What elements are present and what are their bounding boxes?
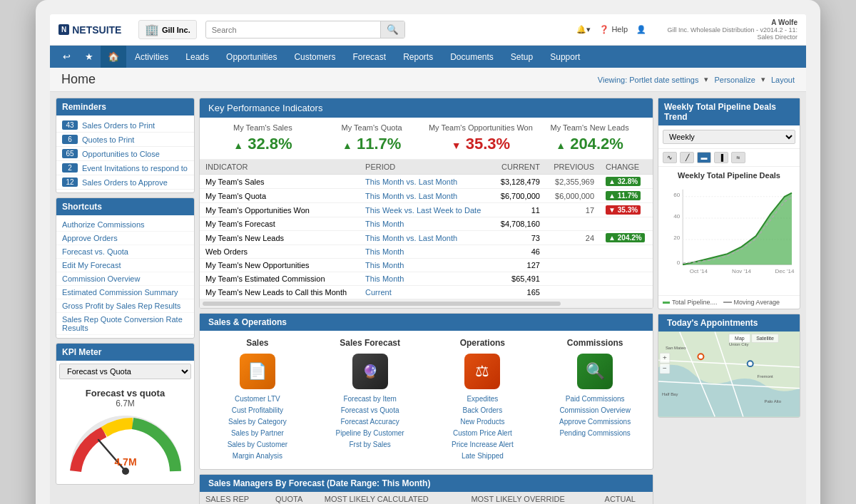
col-sales-rep: SALES REP [200, 492, 270, 504]
indicator-cell: My Team's Quota [200, 189, 360, 203]
link-forecast-accuracy[interactable]: Forecast Accuracy [320, 416, 421, 428]
sales-links: Customer LTV Cust Profitability Sales by… [207, 394, 308, 462]
shortcut-forecast-quota[interactable]: Forecast vs. Quota [56, 245, 194, 259]
col-most-likely-calc: MOST LIKELY CALCULATED [319, 492, 466, 504]
reminder-event-invitations[interactable]: 2 Event Invitations to respond to [56, 161, 194, 175]
reminder-sales-orders-approve[interactable]: 12 Sales Orders to Approve [56, 175, 194, 190]
link-pending-commissions[interactable]: Pending Commissions [544, 428, 646, 439]
nav-leads[interactable]: Leads [177, 46, 218, 68]
change-badge: ▼ 35.3% [606, 205, 641, 215]
nav-opportunities[interactable]: Opportunities [218, 46, 285, 68]
reminders-panel: Reminders 43 Sales Orders to Print 6 Quo… [56, 98, 195, 193]
nav-history-icon[interactable]: ↩ [56, 46, 78, 68]
link-margin[interactable]: Margin Analysis [207, 451, 308, 462]
top-right: 🔔▾ ❓ Help 👤 A Wolfe Gill Inc. Wholesale … [576, 19, 798, 41]
link-sales-partner[interactable]: Sales by Partner [207, 428, 308, 439]
link-expedites[interactable]: Expedites [432, 394, 534, 405]
period-cell[interactable]: This Month [360, 217, 492, 231]
map-container[interactable]: San Mateo Union City Fremont Half Bay Pa… [658, 331, 800, 417]
link-customer-ltv[interactable]: Customer LTV [207, 394, 308, 405]
link-back-orders[interactable]: Back Orders [432, 405, 534, 416]
link-frst-sales[interactable]: Frst by Sales [320, 439, 421, 451]
help-icon[interactable]: ❓ Help [599, 25, 628, 34]
nav-documents[interactable]: Documents [442, 46, 502, 68]
appointments-header: Today's Appointments [658, 314, 800, 331]
arrow-down-icon [452, 135, 462, 153]
company-badge[interactable]: 🏢 Gill Inc. [138, 20, 197, 39]
svg-text:Oct '14: Oct '14 [690, 268, 708, 274]
reminder-quotes-print[interactable]: 6 Quotes to Print [56, 133, 194, 147]
kpi-label: My Team's New Leads [535, 123, 644, 132]
prev-cell: 24 [546, 231, 600, 245]
shortcut-commission-overview[interactable]: Commission Overview [56, 272, 194, 286]
svg-text:Union City: Union City [729, 342, 748, 346]
nav-customers[interactable]: Customers [285, 46, 344, 68]
forecast-icon: 🔮 [352, 354, 388, 389]
pipeline-select[interactable]: Weekly [663, 130, 795, 144]
nav-star-icon[interactable]: ★ [78, 46, 101, 68]
chart-icon-area[interactable]: ∿ [663, 152, 677, 163]
chart-icon-line[interactable]: ╱ [680, 152, 694, 163]
link-forecast-quota[interactable]: Forecast vs Quota [320, 405, 421, 416]
link-new-products[interactable]: New Products [432, 416, 534, 428]
notification-icon[interactable]: 🔔▾ [576, 25, 591, 34]
link-custom-price[interactable]: Custom Price Alert [432, 428, 534, 439]
link-pipeline-customer[interactable]: Pipeline By Customer [320, 428, 421, 439]
period-cell[interactable]: This Month vs. Last Month [360, 231, 492, 245]
shortcut-edit-forecast[interactable]: Edit My Forecast [56, 259, 194, 272]
kpi-meter-select[interactable]: Forecast vs Quota [59, 364, 191, 379]
personalize-link[interactable]: Personalize [714, 76, 755, 84]
search-button[interactable]: 🔍 [380, 21, 404, 38]
kpi-value: 35.3% [427, 135, 536, 153]
viewing-portlet-link[interactable]: Viewing: Portlet date settings [598, 76, 699, 84]
link-commission-overview[interactable]: Commission Overview [544, 405, 646, 416]
svg-point-22 [698, 354, 703, 359]
change-badge: ▲ 32.8% [606, 177, 641, 186]
period-cell[interactable]: This Month [360, 259, 492, 272]
period-cell[interactable]: This Month [360, 272, 492, 286]
link-sales-customer[interactable]: Sales by Customer [207, 439, 308, 451]
reminder-opportunities-close[interactable]: 65 Opportunities to Close [56, 147, 194, 161]
nav-forecast[interactable]: Forecast [344, 46, 394, 68]
period-cell[interactable]: This Week vs. Last Week to Date [360, 203, 492, 217]
link-forecast-item[interactable]: Forecast by Item [320, 394, 421, 405]
chart-icon-column[interactable]: ▐ [714, 152, 728, 163]
shortcut-approve-orders[interactable]: Approve Orders [56, 232, 194, 245]
period-cell[interactable]: This Month [360, 245, 492, 259]
chart-icon-wave[interactable]: ≈ [731, 152, 745, 163]
reminders-list: 43 Sales Orders to Print 6 Quotes to Pri… [56, 115, 194, 192]
table-scroll-bar[interactable] [200, 299, 653, 308]
link-sales-category[interactable]: Sales by Category [207, 416, 308, 428]
link-approve-commissions[interactable]: Approve Commissions [544, 416, 646, 428]
table-row: My Team's Forecast This Month $4,708,160 [200, 217, 653, 231]
indicator-cell: My Team's New Opportunities [200, 259, 360, 272]
search-input[interactable] [206, 23, 380, 37]
link-late-shipped[interactable]: Late Shipped [432, 451, 534, 462]
period-cell[interactable]: This Month vs. Last Month [360, 189, 492, 203]
commissions-links: Paid Commissions Commission Overview App… [544, 394, 646, 439]
period-cell[interactable]: Current [360, 286, 492, 299]
nav-activities[interactable]: Activities [126, 46, 177, 68]
nav-setup[interactable]: Setup [502, 46, 541, 68]
user-icon[interactable]: 👤 [636, 25, 646, 34]
chart-icon-bar[interactable]: ▬ [697, 152, 711, 163]
link-price-increase[interactable]: Price Increase Alert [432, 439, 534, 451]
nav-reports[interactable]: Reports [394, 46, 442, 68]
current-cell: $4,708,160 [493, 217, 546, 231]
period-cell[interactable]: This Month vs. Last Month [360, 175, 492, 189]
svg-point-1 [122, 468, 129, 475]
legend-color [663, 302, 670, 304]
link-paid-commissions[interactable]: Paid Commissions [544, 394, 646, 405]
layout-link[interactable]: Layout [771, 76, 795, 84]
link-cust-profit[interactable]: Cust Profitability [207, 405, 308, 416]
shortcut-estimated-commission[interactable]: Estimated Commission Summary [56, 286, 194, 299]
nav-home-icon[interactable]: 🏠 [101, 46, 126, 68]
nav-support[interactable]: Support [541, 46, 588, 68]
shortcut-sales-rep-quote[interactable]: Sales Rep Quote Conversion Rate Results [56, 313, 194, 335]
search-bar: 🔍 [205, 21, 405, 38]
reminder-sales-orders-print[interactable]: 43 Sales Orders to Print [56, 118, 194, 133]
shortcut-authorize-commissions[interactable]: Authorize Commissions [56, 218, 194, 232]
current-cell: 73 [493, 231, 546, 245]
shortcut-gross-profit[interactable]: Gross Profit by Sales Rep Results [56, 299, 194, 313]
kpi-teams-sales: My Team's Sales 32.8% [208, 123, 317, 153]
